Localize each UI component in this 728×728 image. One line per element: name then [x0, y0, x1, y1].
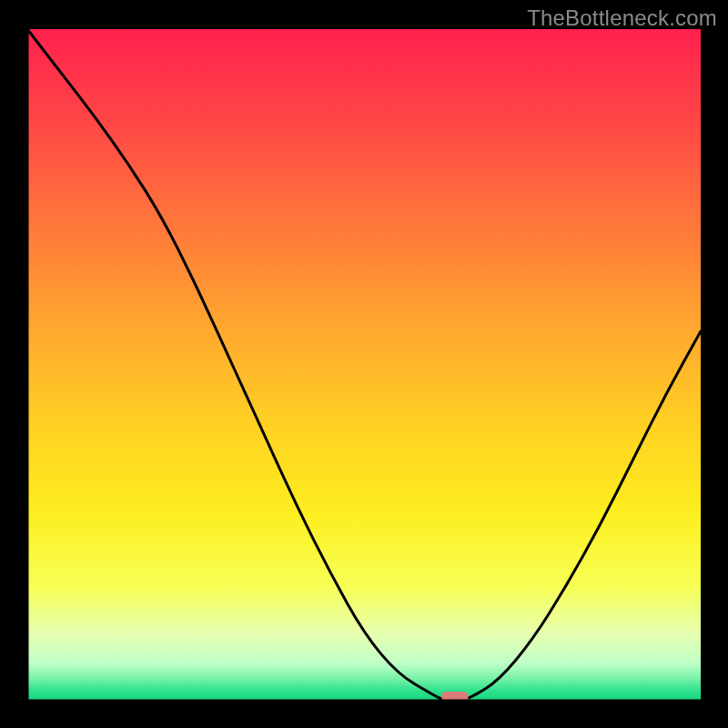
chart-container: TheBottleneck.com: [0, 0, 728, 728]
bottleneck-chart: [0, 0, 728, 728]
plot-background: [27, 29, 701, 701]
watermark-text: TheBottleneck.com: [527, 5, 717, 31]
